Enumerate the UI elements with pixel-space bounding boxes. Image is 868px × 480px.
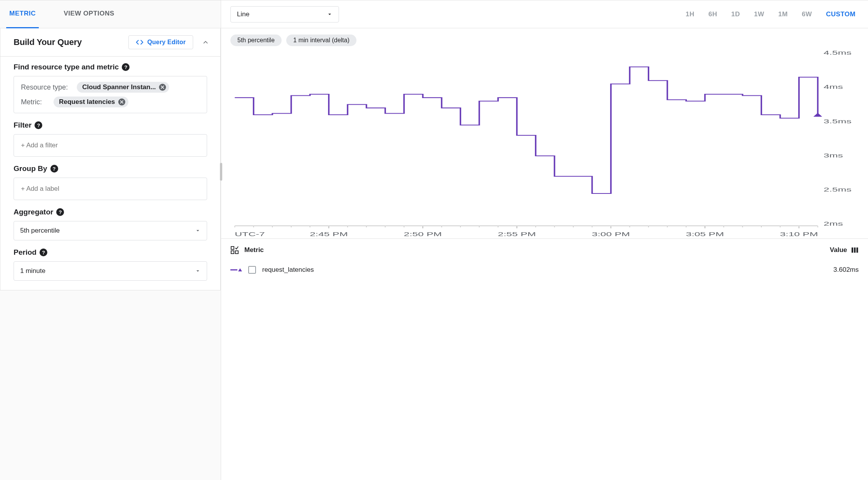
group-by-label: Group By ? bbox=[14, 164, 207, 173]
help-icon[interactable]: ? bbox=[50, 165, 58, 173]
group-by-box[interactable] bbox=[14, 178, 207, 200]
series-name: request_latencies bbox=[262, 266, 314, 274]
chart-pill-0: 5th percentile bbox=[230, 35, 282, 46]
svg-rect-52 bbox=[231, 247, 234, 249]
svg-rect-56 bbox=[854, 247, 856, 252]
legend-header-row: Metric Value bbox=[221, 238, 868, 260]
remove-resource-type-icon[interactable]: ✕ bbox=[159, 84, 166, 91]
resource-metric-box: Resource type: Cloud Spanner Instan... ✕… bbox=[14, 76, 207, 113]
remove-metric-icon[interactable]: ✕ bbox=[118, 98, 125, 105]
svg-rect-53 bbox=[231, 251, 234, 254]
time-range-picker: 1H6H1D1W1M6WCUSTOM bbox=[686, 10, 856, 18]
period-label: Period ? bbox=[14, 248, 207, 257]
period-select[interactable]: 1 minute bbox=[14, 261, 207, 281]
legend-metric-header: Metric bbox=[244, 246, 264, 254]
svg-text:3:10 PM: 3:10 PM bbox=[780, 231, 818, 237]
query-editor-label: Query Editor bbox=[147, 39, 186, 46]
time-range-6w[interactable]: 6W bbox=[802, 10, 812, 18]
chart-pills: 5th percentile1 min interval (delta) bbox=[230, 35, 859, 46]
columns-icon[interactable] bbox=[851, 247, 859, 254]
legend-value-header: Value bbox=[830, 246, 847, 254]
left-tabs: METRIC VIEW OPTIONS bbox=[0, 0, 221, 28]
svg-text:2ms: 2ms bbox=[824, 221, 843, 227]
svg-text:2:45 PM: 2:45 PM bbox=[310, 231, 348, 237]
svg-rect-55 bbox=[852, 247, 853, 252]
tab-view-options[interactable]: VIEW OPTIONS bbox=[61, 0, 118, 28]
query-editor-button[interactable]: Query Editor bbox=[128, 35, 193, 49]
help-icon[interactable]: ? bbox=[56, 208, 64, 216]
time-range-1h[interactable]: 1H bbox=[686, 10, 695, 18]
chart-pill-1: 1 min interval (delta) bbox=[286, 35, 356, 46]
filter-input[interactable] bbox=[21, 140, 200, 151]
find-resource-label: Find resource type and metric ? bbox=[14, 63, 207, 71]
line-chart[interactable]: 4.5ms4ms3.5ms3ms2.5ms2msUTC-72:45 PM2:50… bbox=[230, 49, 859, 238]
svg-text:4.5ms: 4.5ms bbox=[824, 50, 852, 55]
metric-label: Metric: bbox=[21, 98, 48, 106]
svg-text:3:00 PM: 3:00 PM bbox=[592, 231, 630, 237]
time-range-1d[interactable]: 1D bbox=[731, 10, 740, 18]
filter-label: Filter ? bbox=[14, 121, 207, 129]
legend-series-row[interactable]: request_latencies 3.602ms bbox=[221, 260, 868, 280]
help-icon[interactable]: ? bbox=[40, 249, 47, 256]
time-range-1w[interactable]: 1W bbox=[754, 10, 764, 18]
help-icon[interactable]: ? bbox=[122, 63, 130, 71]
metric-chip[interactable]: Request latencies ✕ bbox=[54, 97, 128, 107]
filter-box[interactable] bbox=[14, 134, 207, 157]
svg-text:2:50 PM: 2:50 PM bbox=[404, 231, 442, 237]
svg-rect-57 bbox=[856, 247, 858, 252]
chart-topbar: Line 1H6H1D1W1M6WCUSTOM bbox=[221, 0, 868, 28]
aggregator-label: Aggregator ? bbox=[14, 208, 207, 216]
chart-type-select[interactable]: Line bbox=[230, 6, 339, 22]
svg-text:2:55 PM: 2:55 PM bbox=[498, 231, 536, 237]
tab-metric[interactable]: METRIC bbox=[6, 0, 39, 28]
group-by-input[interactable] bbox=[21, 183, 200, 194]
time-range-1m[interactable]: 1M bbox=[778, 10, 788, 18]
series-checkbox[interactable] bbox=[248, 266, 256, 274]
svg-text:UTC-7: UTC-7 bbox=[235, 231, 265, 237]
panel-header: Build Your Query Query Editor bbox=[0, 28, 220, 57]
svg-rect-54 bbox=[235, 251, 238, 254]
svg-text:3.5ms: 3.5ms bbox=[824, 118, 852, 124]
grid-toggle-icon[interactable] bbox=[230, 246, 239, 254]
chart-panel: Line 1H6H1D1W1M6WCUSTOM 5th percentile1 … bbox=[221, 0, 868, 480]
time-range-6h[interactable]: 6H bbox=[709, 10, 718, 18]
series-swatch bbox=[230, 268, 242, 272]
help-icon[interactable]: ? bbox=[35, 121, 42, 129]
caret-down-icon bbox=[195, 228, 201, 233]
code-icon bbox=[136, 40, 144, 45]
svg-text:3ms: 3ms bbox=[824, 152, 843, 158]
resource-type-label: Resource type: bbox=[21, 83, 71, 92]
caret-down-icon bbox=[195, 268, 201, 274]
caret-down-icon bbox=[327, 12, 332, 17]
time-range-custom[interactable]: CUSTOM bbox=[826, 10, 856, 18]
svg-text:4ms: 4ms bbox=[824, 84, 843, 90]
aggregator-select[interactable]: 5th percentile bbox=[14, 221, 207, 240]
panel-title: Build Your Query bbox=[14, 37, 82, 47]
svg-text:2.5ms: 2.5ms bbox=[824, 186, 852, 192]
query-builder-panel: METRIC VIEW OPTIONS Build Your Query Que… bbox=[0, 0, 221, 480]
series-value: 3.602ms bbox=[833, 266, 859, 274]
collapse-chevron-icon[interactable] bbox=[202, 39, 209, 46]
svg-text:3:05 PM: 3:05 PM bbox=[686, 231, 724, 237]
resource-type-chip[interactable]: Cloud Spanner Instan... ✕ bbox=[77, 82, 169, 93]
